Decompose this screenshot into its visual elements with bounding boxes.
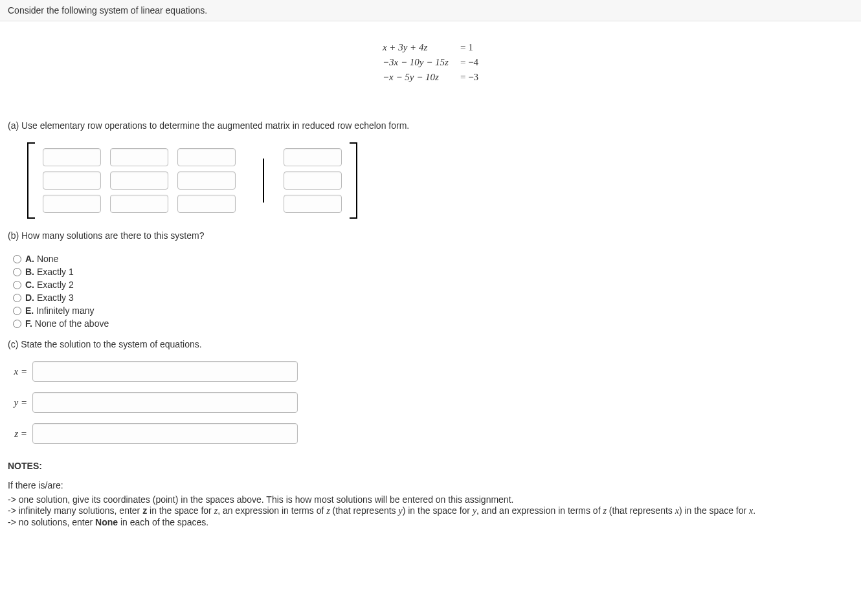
option-a[interactable]: A. None bbox=[13, 252, 853, 265]
matrix-cell-r3c1[interactable] bbox=[43, 195, 101, 213]
eq-lhs: x + 3y + 4z bbox=[383, 42, 427, 52]
option-a-radio[interactable] bbox=[13, 255, 21, 263]
option-text: None bbox=[37, 254, 58, 264]
option-text: Infinitely many bbox=[36, 305, 94, 316]
eq-rhs: = −3 bbox=[455, 71, 484, 84]
part-c-prompt: (c) State the solution to the system of … bbox=[8, 339, 853, 349]
options-group: A. None B. Exactly 1 C. Exactly 2 D. Exa… bbox=[13, 252, 853, 330]
y-label: y = bbox=[8, 397, 27, 408]
option-f-radio[interactable] bbox=[13, 320, 21, 328]
eq-lhs: −x − 5y − 10z bbox=[383, 72, 439, 82]
augmented-matrix bbox=[27, 142, 853, 219]
option-text: Exactly 3 bbox=[37, 292, 74, 303]
option-c[interactable]: C. Exactly 2 bbox=[13, 278, 853, 291]
option-f[interactable]: F. None of the above bbox=[13, 317, 853, 330]
notes-line-two: -> infinitely many solutions, enter z in… bbox=[8, 505, 853, 516]
eq-rhs: = 1 bbox=[455, 41, 484, 54]
option-d[interactable]: D. Exactly 3 bbox=[13, 291, 853, 304]
option-e[interactable]: E. Infinitely many bbox=[13, 304, 853, 317]
matrix-cell-r3c4[interactable] bbox=[284, 195, 342, 213]
matrix-cell-r3c2[interactable] bbox=[110, 195, 168, 213]
option-d-radio[interactable] bbox=[13, 294, 21, 302]
matrix-cell-r1c1[interactable] bbox=[43, 148, 101, 166]
eq-rhs: = −4 bbox=[455, 56, 484, 69]
augment-divider bbox=[263, 159, 264, 203]
part-b-prompt: (b) How many solutions are there to this… bbox=[8, 230, 853, 241]
option-c-radio[interactable] bbox=[13, 281, 21, 289]
option-b-radio[interactable] bbox=[13, 268, 21, 276]
z-input[interactable] bbox=[32, 423, 298, 444]
option-letter: C. bbox=[25, 280, 34, 290]
eq-lhs: −3x − 10y − 15z bbox=[383, 57, 449, 67]
matrix-cell-r2c4[interactable] bbox=[284, 171, 342, 190]
option-text: None of the above bbox=[35, 318, 109, 329]
notes-section: NOTES: If there is/are: -> one solution,… bbox=[8, 461, 853, 527]
matrix-cell-r1c4[interactable] bbox=[284, 148, 342, 166]
option-b[interactable]: B. Exactly 1 bbox=[13, 265, 853, 278]
matrix-cell-r2c3[interactable] bbox=[177, 171, 236, 190]
z-label: z = bbox=[8, 428, 27, 439]
option-letter: D. bbox=[25, 292, 34, 303]
x-label: x = bbox=[8, 366, 27, 377]
option-text: Exactly 2 bbox=[37, 280, 74, 290]
equation-system: x + 3y + 4z = 1 −3x − 10y − 15z = −4 −x … bbox=[8, 28, 853, 111]
x-input[interactable] bbox=[32, 361, 298, 382]
y-input[interactable] bbox=[32, 392, 298, 413]
matrix-cell-r2c1[interactable] bbox=[43, 171, 101, 190]
notes-line-one: -> one solution, give its coordinates (p… bbox=[8, 494, 853, 505]
option-letter: B. bbox=[25, 267, 34, 277]
option-letter: E. bbox=[25, 305, 34, 316]
part-a-prompt: (a) Use elementary row operations to det… bbox=[8, 120, 853, 131]
notes-title: NOTES: bbox=[8, 461, 853, 471]
equation-table: x + 3y + 4z = 1 −3x − 10y − 15z = −4 −x … bbox=[376, 39, 485, 85]
matrix-bracket-left bbox=[27, 142, 35, 219]
option-e-radio[interactable] bbox=[13, 307, 21, 315]
option-letter: F. bbox=[25, 318, 32, 329]
matrix-bracket-right bbox=[350, 142, 357, 219]
matrix-cell-r3c3[interactable] bbox=[177, 195, 236, 213]
matrix-cell-r1c2[interactable] bbox=[110, 148, 168, 166]
option-letter: A. bbox=[25, 254, 34, 264]
matrix-cell-r1c3[interactable] bbox=[177, 148, 236, 166]
option-text: Exactly 1 bbox=[37, 267, 74, 277]
notes-lead: If there is/are: bbox=[8, 480, 853, 490]
intro-text: Consider the following system of linear … bbox=[8, 5, 207, 16]
notes-line-three: -> no solutions, enter None in each of t… bbox=[8, 517, 853, 527]
matrix-cell-r2c2[interactable] bbox=[110, 171, 168, 190]
